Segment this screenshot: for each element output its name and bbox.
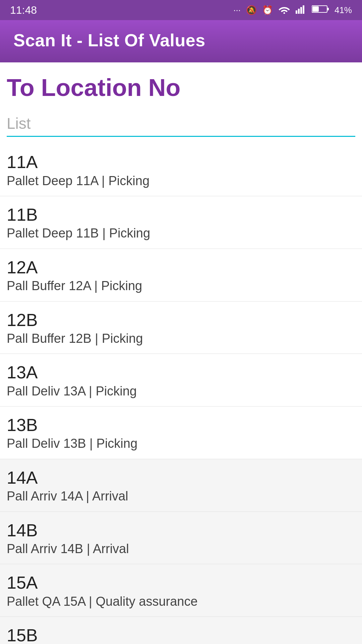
status-time: 11:48 bbox=[10, 4, 37, 16]
list-item-code: 15A bbox=[7, 572, 355, 593]
page-title-section: To Location No bbox=[0, 62, 362, 108]
svg-rect-4 bbox=[303, 5, 304, 14]
list-item-description: Pall Deliv 13B | Picking bbox=[7, 435, 355, 452]
list-item-code: 13A bbox=[7, 362, 355, 383]
signal-bars-icon bbox=[296, 4, 306, 16]
list-item-description: Pall Buffer 12B | Picking bbox=[7, 330, 355, 347]
list-item-description: Pall Arriv 14B | Arrival bbox=[7, 541, 355, 557]
list-item[interactable]: 11APallet Deep 11A | Picking bbox=[0, 144, 362, 196]
mute-icon: 🔕 bbox=[246, 5, 257, 15]
list-item-code: 14A bbox=[7, 467, 355, 488]
list-item-description: Pallet Deep 11A | Picking bbox=[7, 173, 355, 189]
alarm-icon: ⏰ bbox=[262, 5, 273, 15]
list-container: 11APallet Deep 11A | Picking11BPallet De… bbox=[0, 144, 362, 644]
list-item-description: Pallet Deep 11B | Picking bbox=[7, 225, 355, 241]
list-item-code: 12B bbox=[7, 310, 355, 330]
battery-percent: 41% bbox=[335, 5, 352, 15]
list-item-description: Pall Buffer 12A | Picking bbox=[7, 278, 355, 294]
search-input[interactable] bbox=[7, 111, 355, 137]
status-bar: 11:48 ··· 🔕 ⏰ 41% bbox=[0, 0, 362, 20]
list-item[interactable]: 12APall Buffer 12A | Picking bbox=[0, 249, 362, 302]
list-item-description: Pallet QA 15A | Quality assurance bbox=[7, 593, 355, 610]
list-item[interactable]: 13APall Deliv 13A | Picking bbox=[0, 354, 362, 407]
wifi-icon bbox=[278, 4, 290, 16]
header-title: Scan It - List Of Values bbox=[13, 31, 205, 50]
list-item-code: 14B bbox=[7, 520, 355, 541]
svg-rect-1 bbox=[296, 10, 297, 14]
svg-rect-6 bbox=[327, 8, 329, 10]
list-item-code: 13B bbox=[7, 415, 355, 435]
list-item[interactable]: 13BPall Deliv 13B | Picking bbox=[0, 407, 362, 459]
list-item-code: 11B bbox=[7, 204, 355, 225]
list-item[interactable]: 14BPall Arriv 14B | Arrival bbox=[0, 512, 362, 565]
list-item[interactable]: 15BPallet QA 15B | Quality assurance bbox=[0, 617, 362, 644]
list-item-description: Pall Arriv 14A | Arrival bbox=[7, 488, 355, 504]
list-item-code: 15B bbox=[7, 625, 355, 644]
list-item[interactable]: 11BPallet Deep 11B | Picking bbox=[0, 196, 362, 249]
svg-rect-3 bbox=[300, 7, 302, 14]
status-icons: ··· 🔕 ⏰ 41% bbox=[233, 4, 352, 16]
list-item-code: 11A bbox=[7, 152, 355, 172]
list-item[interactable]: 12BPall Buffer 12B | Picking bbox=[0, 302, 362, 354]
signal-dots-icon: ··· bbox=[233, 5, 241, 15]
list-item-code: 12A bbox=[7, 257, 355, 278]
battery-icon bbox=[312, 4, 329, 16]
list-item[interactable]: 14APall Arriv 14A | Arrival bbox=[0, 459, 362, 512]
list-item-description: Pall Deliv 13A | Picking bbox=[7, 383, 355, 399]
svg-rect-7 bbox=[312, 6, 319, 12]
list-item[interactable]: 15APallet QA 15A | Quality assurance bbox=[0, 564, 362, 617]
app-header: Scan It - List Of Values bbox=[0, 20, 362, 62]
search-container bbox=[0, 108, 362, 144]
svg-rect-2 bbox=[298, 9, 300, 14]
svg-point-0 bbox=[283, 12, 285, 14]
page-title: To Location No bbox=[7, 74, 355, 101]
